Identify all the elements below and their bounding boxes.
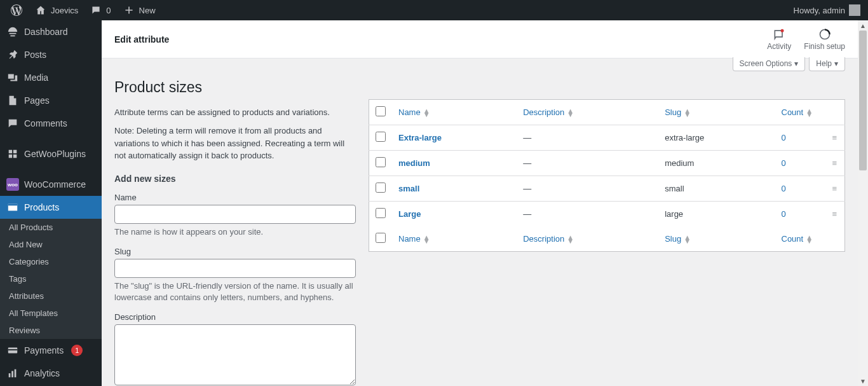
help-label: Help [816,59,832,68]
row-checkbox[interactable] [376,157,386,167]
svg-rect-9 [11,371,13,377]
col-name-footer[interactable]: Name▲▼ [392,226,517,252]
finish-setup-button[interactable]: Finish setup [804,28,845,51]
row-checkbox[interactable] [376,183,386,193]
sort-icon: ▲▼ [567,235,574,243]
col-description-footer[interactable]: Description▲▼ [517,226,658,252]
row-handle[interactable]: ≡ [826,202,845,227]
comments-link[interactable]: 0 [85,0,116,20]
submenu-reviews[interactable]: Reviews [0,322,102,339]
name-label: Name [114,193,356,202]
svg-rect-2 [9,155,12,158]
menu-label: Comments [24,118,67,128]
menu-label: Dashboard [24,27,68,37]
window-scrollbar[interactable]: ▲ ▼ [858,20,868,386]
row-handle[interactable]: ≡ [826,125,845,151]
media-icon [6,71,19,84]
row-description: — [517,202,658,227]
term-link[interactable]: small [398,184,419,193]
scroll-down-arrow[interactable]: ▼ [858,376,868,386]
description-field: Description [114,312,356,386]
menu-products[interactable]: Products [0,196,102,219]
menu-label: Analytics [24,368,60,378]
svg-rect-0 [9,150,12,153]
col-description-header[interactable]: Description▲▼ [517,100,658,125]
row-handle[interactable]: ≡ [826,176,845,202]
scroll-up-arrow[interactable]: ▲ [858,20,868,31]
submenu-add-new[interactable]: Add New [0,236,102,253]
description-input[interactable] [114,324,356,385]
select-all-footer [369,226,393,252]
help-button[interactable]: Help ▾ [809,57,845,71]
comment-icon [90,4,102,17]
menu-posts[interactable]: Posts [0,43,102,66]
products-submenu: All Products Add New Categories Tags Att… [0,219,102,339]
screen-options-button[interactable]: Screen Options ▾ [733,57,806,71]
row-check [369,176,393,202]
term-link[interactable]: Large [398,209,421,219]
svg-rect-5 [8,204,17,206]
name-hint: The name is how it appears on your site. [114,226,356,238]
menu-dashboard[interactable]: Dashboard [0,20,102,43]
site-name-link[interactable]: Joevics [29,0,83,20]
row-handle[interactable]: ≡ [826,151,845,176]
col-handle-header [826,100,845,125]
submenu-all-templates[interactable]: All Templates [0,305,102,322]
submenu-categories[interactable]: Categories [0,253,102,270]
count-link[interactable]: 0 [782,184,786,193]
menu-label: Pages [24,95,50,106]
col-count-header[interactable]: Count▲▼ [775,100,826,125]
count-link[interactable]: 0 [782,158,786,168]
scroll-thumb[interactable] [859,31,867,170]
menu-analytics[interactable]: Analytics [0,362,102,385]
menu-payments[interactable]: Payments 1 [0,339,102,362]
main-content: Edit attribute Activity Finish setup Scr… [102,20,858,386]
slug-input[interactable] [114,259,356,278]
menu-media[interactable]: Media [0,66,102,89]
name-input[interactable] [114,205,356,224]
menu-pages[interactable]: Pages [0,89,102,112]
comments-count: 0 [106,6,111,15]
term-link[interactable]: Extra-large [398,133,442,142]
submenu-attributes[interactable]: Attributes [0,287,102,305]
row-checkbox[interactable] [376,208,386,218]
select-all-checkbox[interactable] [376,106,386,116]
name-field: Name The name is how it appears on your … [114,193,356,238]
submenu-all-products[interactable]: All Products [0,219,102,236]
screen-meta: Screen Options ▾ Help ▾ [102,57,858,71]
page-description: Attribute terms can be assigned to produ… [114,107,356,117]
menu-getwooplugins[interactable]: GetWooPlugins [0,142,102,165]
new-content-link[interactable]: New [118,0,161,20]
finish-setup-label: Finish setup [804,42,845,51]
term-link[interactable]: medium [398,158,430,168]
table-row: Large—large0≡ [369,202,845,227]
pin-icon [6,48,19,61]
menu-woocommerce[interactable]: woo WooCommerce [0,173,102,196]
products-icon [6,201,19,214]
wp-logo[interactable] [5,0,28,20]
select-all-checkbox-footer[interactable] [376,233,386,243]
row-count: 0 [775,176,826,202]
svg-rect-3 [13,155,17,158]
activity-button[interactable]: Activity [767,28,791,51]
menu-label: Media [24,72,48,83]
wordpress-icon [10,4,23,17]
count-link[interactable]: 0 [782,209,786,219]
count-link[interactable]: 0 [782,133,786,142]
col-count-footer[interactable]: Count▲▼ [775,226,826,252]
row-count: 0 [775,151,826,176]
svg-rect-8 [9,373,11,377]
row-name: small [392,176,517,202]
menu-label: Payments [24,345,64,355]
col-slug-footer[interactable]: Slug▲▼ [658,226,775,252]
row-checkbox[interactable] [376,132,386,142]
activity-label: Activity [767,42,791,51]
admin-bar-right[interactable]: Howdy, admin [794,4,863,16]
submenu-tags[interactable]: Tags [0,270,102,287]
col-slug-header[interactable]: Slug▲▼ [658,100,775,125]
menu-comments[interactable]: Comments [0,112,102,135]
terms-table: Name▲▼ Description▲▼ Slug▲▼ Count▲▼ Extr… [369,99,845,252]
page-note: Note: Deleting a term will remove it fro… [114,125,356,162]
payments-badge: 1 [71,345,83,356]
col-name-header[interactable]: Name▲▼ [392,100,517,125]
